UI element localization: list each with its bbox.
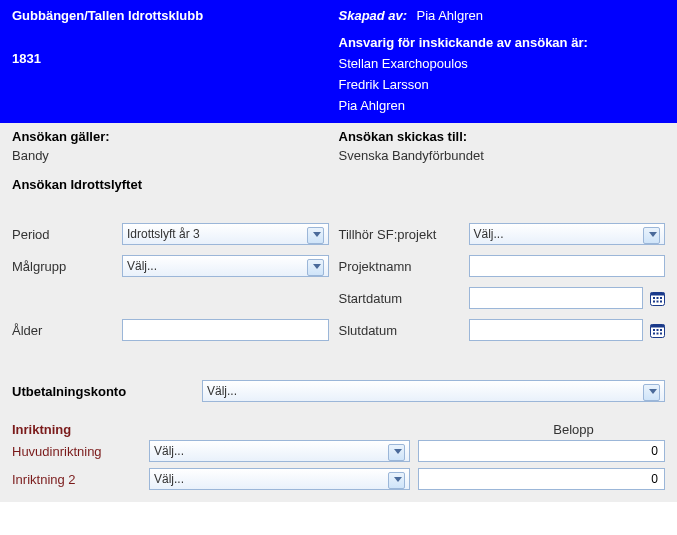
sfprojekt-label: Tillhör SF:projekt (339, 227, 469, 242)
slutdatum-label: Slutdatum (339, 323, 469, 338)
svg-rect-11 (656, 329, 658, 331)
huvudinriktning-label: Huvudinriktning (12, 444, 149, 459)
chevron-down-icon (313, 232, 321, 237)
created-by-value: Pia Ahlgren (417, 8, 484, 23)
chevron-down-icon (649, 232, 657, 237)
huvudinriktning-select[interactable]: Välj... (149, 440, 410, 462)
svg-rect-3 (656, 297, 658, 299)
malgrupp-select[interactable]: Välj... (122, 255, 329, 277)
responsible-label: Ansvarig för inskickande av ansökan är: (339, 35, 666, 50)
inriktning2-label: Inriktning 2 (12, 472, 149, 487)
svg-rect-14 (656, 332, 658, 334)
chevron-down-icon (313, 264, 321, 269)
inriktning2-amount[interactable] (418, 468, 665, 490)
created-by-label: Skapad av: (339, 8, 408, 23)
svg-rect-13 (653, 332, 655, 334)
slutdatum-input[interactable] (469, 319, 644, 341)
section-title: Ansökan Idrottslyftet (12, 177, 665, 192)
svg-rect-6 (656, 300, 658, 302)
sent-to-value: Svenska Bandyförbundet (339, 148, 666, 163)
huvudinriktning-amount[interactable] (418, 440, 665, 462)
svg-rect-10 (653, 329, 655, 331)
application-for-value: Bandy (12, 148, 339, 163)
svg-rect-7 (660, 300, 662, 302)
utbetalningskonto-select[interactable]: Välj... (202, 380, 665, 402)
svg-rect-15 (660, 332, 662, 334)
svg-rect-1 (650, 292, 664, 295)
startdatum-label: Startdatum (339, 291, 469, 306)
malgrupp-label: Målgrupp (12, 259, 122, 274)
inriktning-title: Inriktning (12, 422, 482, 437)
projektnamn-label: Projektnamn (339, 259, 469, 274)
svg-rect-12 (660, 329, 662, 331)
header-panel: Gubbängen/Tallen Idrottsklubb 1831 Skapa… (0, 0, 677, 123)
responsible-name: Fredrik Larsson (339, 77, 666, 92)
calendar-icon[interactable] (649, 322, 665, 338)
inriktning2-select[interactable]: Välj... (149, 468, 410, 490)
club-number: 1831 (12, 51, 339, 66)
projektnamn-input[interactable] (469, 255, 666, 277)
application-for-label: Ansökan gäller: (12, 129, 339, 144)
svg-rect-5 (653, 300, 655, 302)
period-label: Period (12, 227, 122, 242)
responsible-name: Stellan Exarchopoulos (339, 56, 666, 71)
alder-input[interactable] (122, 319, 329, 341)
svg-rect-4 (660, 297, 662, 299)
utbetalningskonto-label: Utbetalningskonto (12, 384, 202, 399)
sent-to-label: Ansökan skickas till: (339, 129, 666, 144)
responsible-name: Pia Ahlgren (339, 98, 666, 113)
chevron-down-icon (394, 477, 402, 482)
sfprojekt-select[interactable]: Välj... (469, 223, 666, 245)
svg-rect-9 (650, 324, 664, 327)
club-name: Gubbängen/Tallen Idrottsklubb (12, 8, 339, 23)
chevron-down-icon (649, 389, 657, 394)
period-select[interactable]: Idrottslyft år 3 (122, 223, 329, 245)
chevron-down-icon (394, 449, 402, 454)
svg-rect-2 (653, 297, 655, 299)
calendar-icon[interactable] (649, 290, 665, 306)
startdatum-input[interactable] (469, 287, 644, 309)
alder-label: Ålder (12, 323, 122, 338)
belopp-title: Belopp (482, 422, 665, 437)
